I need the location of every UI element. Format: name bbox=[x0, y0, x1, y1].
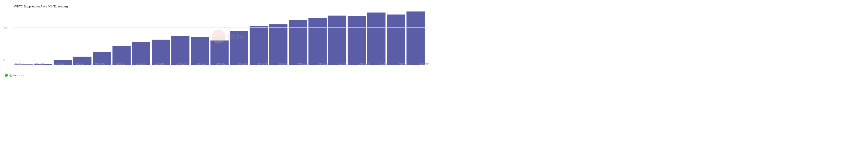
bar-nov-2023 bbox=[210, 40, 228, 65]
x-label-oct-2023: Oct 2023 bbox=[196, 63, 206, 65]
bar-jun-2024 bbox=[348, 16, 366, 65]
chart-container: WBTC Supplied on Aave V3 (Ethereum) 20k … bbox=[0, 0, 434, 78]
x-label-mar-2023: Mar 2023 bbox=[55, 63, 64, 65]
x-axis-labels: Jan 2023 Feb 2023 Mar 2023 Apr 2023 May … bbox=[14, 63, 429, 65]
bar-mar-2024 bbox=[289, 20, 307, 65]
bar-jun-2023 bbox=[113, 45, 131, 65]
x-label-apr-2024: Apr 2024 bbox=[318, 63, 328, 65]
chart-title: WBTC Supplied on Aave V3 (Ethereum) bbox=[14, 5, 429, 8]
chart-area: 20k 0 Dune bbox=[14, 10, 429, 65]
x-label-jun-2024: Jun 2024 bbox=[359, 63, 369, 65]
bar-sep-2023 bbox=[171, 36, 189, 65]
x-label-sep-2023: Sep 2023 bbox=[176, 63, 186, 65]
x-label-nov-2023: Nov 2023 bbox=[216, 63, 226, 65]
y-axis-0-label: 0 bbox=[3, 58, 5, 61]
x-label-feb-2024: Feb 2024 bbox=[278, 63, 287, 65]
bar-may-2024 bbox=[328, 15, 346, 65]
bar-apr-2024 bbox=[308, 18, 327, 65]
x-label-may-2023: May 2023 bbox=[95, 63, 105, 65]
bar-aug-2023 bbox=[152, 39, 170, 65]
bar-aug-2024 bbox=[387, 14, 405, 65]
attribution-text: @jacobrizzuto bbox=[9, 74, 24, 76]
x-label-jan-2024: Jan 2024 bbox=[257, 63, 267, 65]
x-label-dec-2023: Dec 2023 bbox=[237, 63, 247, 65]
x-label-apr-2023: Apr 2023 bbox=[75, 63, 85, 65]
bar-sep-2024 bbox=[406, 11, 425, 65]
x-label-mar-2024: Mar 2024 bbox=[298, 63, 308, 65]
x-label-feb-2023: Feb 2023 bbox=[34, 63, 44, 65]
watermark-text: Dune bbox=[227, 32, 245, 41]
x-label-may-2024: May 2024 bbox=[339, 63, 349, 65]
bar-jan-2024 bbox=[250, 26, 268, 65]
x-label-jan-2023: Jan 2023 bbox=[14, 63, 24, 65]
grid-line-0 bbox=[14, 61, 429, 61]
bar-jul-2023 bbox=[132, 42, 150, 65]
attribution: @jacobrizzuto bbox=[5, 73, 24, 77]
watermark-logo bbox=[212, 30, 225, 43]
bar-feb-2024 bbox=[269, 24, 287, 65]
x-label-jul-2024: Jul 2024 bbox=[379, 63, 388, 65]
y-axis-20k-label: 20k bbox=[3, 27, 8, 30]
x-label-sep-2024: Sep 2024 bbox=[419, 63, 429, 65]
watermark: Dune bbox=[212, 30, 245, 43]
x-label-aug-2024: Aug 2024 bbox=[399, 63, 409, 65]
x-label-jul-2023: Jul 2023 bbox=[136, 63, 145, 65]
x-label-jun-2023: Jun 2023 bbox=[116, 63, 125, 65]
bar-jul-2024 bbox=[367, 12, 385, 65]
attribution-avatar bbox=[5, 73, 8, 77]
x-label-aug-2023: Aug 2023 bbox=[155, 63, 165, 65]
